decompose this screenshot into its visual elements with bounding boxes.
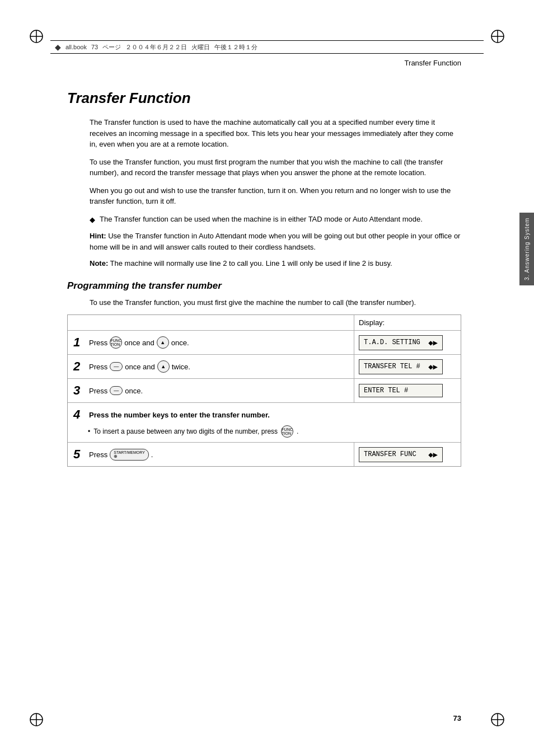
sub-heading: Programming the transfer number	[67, 280, 461, 292]
step-4-action: Press the number keys to enter the trans…	[89, 411, 270, 419]
step-1-num: 1	[73, 335, 85, 350]
step-1-btn1[interactable]: FUNCTION	[110, 336, 122, 349]
corner-mark-tl	[28, 28, 45, 45]
step-1-display: T.A.D. SETTING ◆▶	[359, 335, 443, 350]
meta-date: ２００４年６月２２日	[125, 43, 187, 51]
step-2-connector: once and	[125, 363, 155, 371]
step-1-left: 1 Press FUNCTION once and ▲ once.	[68, 331, 354, 354]
meta-bar: ◆ all.book 73 ページ ２００４年６月２２日 火曜日 午後１２時１分	[50, 40, 484, 54]
step-5-right: TRANSFER FUNC ◆▶	[354, 443, 461, 466]
steps-header-row: Display:	[68, 315, 461, 331]
meta-diamond: ◆	[55, 43, 61, 51]
step-1-row: 1 Press FUNCTION once and ▲ once. T.A.D.…	[68, 331, 461, 355]
step-5-left: 5 Press START/MEMORY⊕ .	[68, 443, 354, 466]
step-2-num: 2	[73, 359, 85, 374]
step-4-btn[interactable]: FUNCTION	[281, 425, 293, 438]
bullet-icon: ◆	[90, 214, 95, 226]
page: ◆ all.book 73 ページ ２００４年６月２２日 火曜日 午後１２時１分…	[0, 0, 534, 756]
step-4-block: 4 Press the number keys to enter the tra…	[68, 403, 461, 443]
step-5-btn1[interactable]: START/MEMORY⊕	[110, 449, 149, 461]
step-1-arrow: ◆▶	[428, 338, 438, 348]
step-3-right: ENTER TEL #	[354, 379, 461, 402]
step-5-num: 5	[73, 447, 85, 462]
step-5-arrow: ◆▶	[428, 450, 438, 459]
step-2-action: Press	[89, 363, 107, 371]
meta-page-unit: ページ	[102, 43, 121, 51]
meta-filename: all.book	[65, 44, 87, 50]
step-1-btn2[interactable]: ▲	[157, 336, 169, 349]
corner-mark-br	[489, 711, 506, 728]
page-header-title: Transfer Function	[405, 59, 461, 67]
step-1-action: Press	[89, 339, 107, 347]
steps-header-left	[68, 315, 354, 330]
step-5-action: Press	[89, 450, 107, 459]
step-2-btn2[interactable]: ▲	[157, 360, 170, 373]
bullet-text: The Transfer function can be used when t…	[100, 214, 423, 226]
step-3-action: Press	[89, 387, 107, 395]
paragraph-1: The Transfer function is used to have th…	[90, 117, 461, 150]
step-2-row: 2 Press — once and ▲ twice. TRANSFER TEL…	[68, 355, 461, 379]
steps-header-right: Display:	[354, 315, 461, 330]
step-4-sub: • To insert a pause between any two digi…	[88, 425, 455, 438]
step-5-suffix: .	[151, 450, 153, 459]
step-3-display: ENTER TEL #	[359, 384, 443, 397]
corner-mark-tr	[489, 28, 506, 45]
step-1-connector: once and	[124, 339, 154, 347]
corner-mark-bl	[28, 711, 45, 728]
page-title: Transfer Function	[67, 90, 461, 107]
step-5-row: 5 Press START/MEMORY⊕ . TRANSFER FUNC ◆▶	[68, 443, 461, 466]
bullet-item: ◆ The Transfer function can be used when…	[90, 214, 461, 226]
display-label: Display:	[359, 318, 385, 327]
paragraph-2: To use the Transfer function, you must f…	[90, 157, 461, 179]
page-number: 73	[453, 714, 461, 722]
main-content: Transfer Function The Transfer function …	[67, 73, 461, 711]
step-2-arrow: ◆▶	[428, 362, 438, 372]
meta-page: 73	[91, 44, 98, 50]
side-tab: 3. Answering System	[519, 213, 534, 285]
step-4-bullet-text: To insert a pause between any two digits…	[93, 428, 278, 435]
step-4-title: 4 Press the number keys to enter the tra…	[73, 407, 455, 422]
step-4-bullet-icon: •	[88, 428, 90, 435]
meta-day: 火曜日	[191, 43, 210, 51]
step-2-btn1[interactable]: —	[110, 362, 123, 371]
paragraph-3: When you go out and wish to use the tran…	[90, 185, 461, 207]
note-text: Note: The machine will normally use line…	[90, 258, 461, 269]
step-1-suffix: once.	[171, 339, 189, 347]
step-3-btn1[interactable]: —	[110, 386, 123, 395]
step-4-suffix: .	[297, 428, 298, 435]
step-3-suffix: once.	[125, 387, 143, 395]
step-1-right: T.A.D. SETTING ◆▶	[354, 331, 461, 354]
step-3-num: 3	[73, 383, 85, 398]
step-2-left: 2 Press — once and ▲ twice.	[68, 355, 354, 378]
meta-time: 午後１２時１分	[214, 43, 257, 51]
intro-text: To use the Transfer function, you must f…	[90, 297, 461, 308]
step-5-display: TRANSFER FUNC ◆▶	[359, 447, 443, 462]
step-4-num: 4	[73, 407, 85, 422]
step-2-display: TRANSFER TEL # ◆▶	[359, 359, 443, 374]
step-3-row: 3 Press — once. ENTER TEL #	[68, 379, 461, 403]
steps-table: Display: 1 Press FUNCTION once and ▲ onc…	[67, 314, 461, 467]
hint-text: Hint: Use the Transfer function in Auto …	[90, 231, 461, 252]
step-3-left: 3 Press — once.	[68, 379, 354, 402]
side-tab-text: 3. Answering System	[524, 218, 530, 280]
step-2-suffix: twice.	[172, 363, 190, 371]
step-2-right: TRANSFER TEL # ◆▶	[354, 355, 461, 378]
